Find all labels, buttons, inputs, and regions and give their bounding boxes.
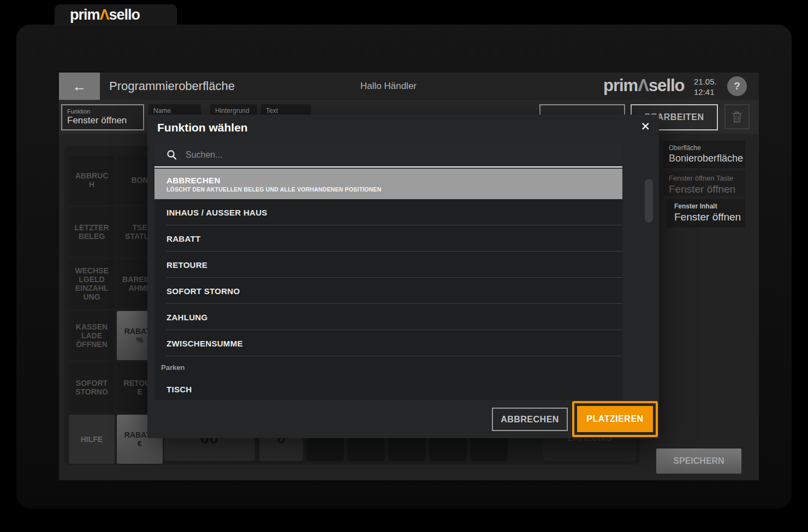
trash-icon bbox=[731, 110, 743, 123]
fenster-oeffnen-taste-field[interactable]: Fenster öffnen Taste Fenster öffnen bbox=[663, 171, 745, 196]
grid-button-wechselgeld[interactable]: WECHSELGELD EINZAHLUNG bbox=[69, 259, 115, 308]
text-field-label: Text bbox=[266, 107, 306, 115]
date-text: 21.05. bbox=[694, 77, 717, 87]
scrollbar-thumb[interactable] bbox=[645, 179, 653, 223]
fenster-inhalt-label: Fenster Inhalt bbox=[674, 202, 740, 210]
list-item-title: ZWISCHENSUMME bbox=[167, 339, 622, 348]
platzieren-button-focus-ring: PLATZIEREN bbox=[572, 401, 658, 437]
oberflaeche-value: Bonieroberfläche bbox=[669, 153, 740, 164]
grid-button-hilfe[interactable]: HILFE bbox=[69, 415, 115, 464]
list-item-zahlung[interactable]: ZAHLUNG bbox=[155, 304, 622, 330]
section-label-parken: Parken bbox=[155, 356, 622, 376]
grid-button-abbruch[interactable]: ABBRUCH bbox=[69, 156, 115, 205]
list-item-title: RABATT bbox=[167, 234, 622, 243]
background-field-label: Hintergrund bbox=[215, 107, 252, 115]
list-item-inhaus-ausser-haus[interactable]: INHAUS / AUSSER HAUS bbox=[155, 199, 622, 225]
grid-button-sofort-storno[interactable]: SOFORT STORNO bbox=[69, 363, 115, 412]
search-bar[interactable] bbox=[155, 143, 622, 168]
list-item-sofort-storno[interactable]: SOFORT STORNO bbox=[155, 278, 622, 304]
logo-suffix: sello bbox=[649, 76, 685, 95]
grid-button-kassenlade[interactable]: KASSENLADE ÖFFNEN bbox=[69, 311, 115, 360]
browser-tab[interactable]: primΛsello bbox=[55, 4, 177, 25]
search-icon bbox=[167, 150, 177, 160]
list-item-title: ZAHLUNG bbox=[167, 313, 622, 322]
screen: primΛsello ← Programmieroberfläche Hallo… bbox=[0, 0, 808, 532]
list-item-retoure[interactable]: RETOURE bbox=[155, 252, 622, 278]
back-button[interactable]: ← bbox=[59, 73, 100, 100]
platzieren-button[interactable]: PLATZIEREN bbox=[577, 406, 653, 432]
fenster-inhalt-field[interactable]: Fenster Inhalt Fenster öffnen bbox=[667, 199, 745, 228]
search-input[interactable] bbox=[186, 150, 590, 160]
delete-button[interactable] bbox=[724, 104, 750, 129]
funktion-waehlen-dialog: Funktion wählen ✕ ABBRECHEN LÖSCHT DEN A… bbox=[147, 115, 659, 438]
fenster-oeffnen-taste-value: Fenster öffnen bbox=[669, 183, 740, 195]
dialog-title: Funktion wählen bbox=[157, 121, 248, 134]
funktion-field[interactable]: Funktion Fenster öffnen bbox=[61, 104, 144, 130]
greeting-text: Hallo Händler bbox=[360, 73, 417, 100]
funktion-field-label: Funktion bbox=[67, 108, 138, 115]
list-item-title: INHAUS / AUSSER HAUS bbox=[167, 208, 622, 217]
list-item-tisch[interactable]: TISCH bbox=[155, 376, 622, 402]
list-item-title: RETOURE bbox=[167, 260, 622, 270]
list-item-rabatt[interactable]: RABATT bbox=[155, 225, 622, 252]
fenster-oeffnen-taste-label: Fenster öffnen Taste bbox=[669, 174, 740, 182]
fenster-inhalt-value: Fenster öffnen bbox=[674, 211, 740, 223]
list-item-subtitle: LÖSCHT DEN AKTUELLEN BELEG UND ALLE VORH… bbox=[167, 186, 622, 193]
abbrechen-button[interactable]: ABBRECHEN bbox=[492, 408, 568, 431]
page-title: Programmieroberfläche bbox=[109, 73, 235, 100]
name-field-label: Name bbox=[153, 107, 196, 115]
primasello-logo: primΛsello bbox=[70, 7, 140, 23]
list-item-title: ABBRECHEN bbox=[167, 176, 622, 185]
grid-button-letzter-beleg[interactable]: LETZTER BELEG bbox=[69, 207, 115, 256]
speichern-button[interactable]: SPEICHERN bbox=[656, 449, 741, 474]
time-text: 12:41 bbox=[694, 87, 717, 98]
logo-prefix: prim bbox=[603, 76, 638, 95]
list-item-title: SOFORT STORNO bbox=[167, 286, 622, 296]
app-header: ← Programmieroberfläche Hallo Händler pr… bbox=[59, 73, 759, 100]
datetime-display: 21.05. 12:41 bbox=[694, 77, 717, 98]
help-button[interactable]: ? bbox=[727, 76, 747, 96]
funktion-field-value: Fenster öffnen bbox=[67, 115, 138, 126]
logo-suffix: sello bbox=[109, 7, 140, 23]
list-item-title: TISCH bbox=[167, 385, 622, 394]
header-logo: primΛsello bbox=[603, 76, 685, 95]
logo-prefix: prim bbox=[70, 7, 100, 23]
list-item-zwischensumme[interactable]: ZWISCHENSUMME bbox=[155, 330, 622, 356]
oberflaeche-field[interactable]: Oberfläche Bonieroberfläche bbox=[663, 141, 745, 168]
back-arrow-icon: ← bbox=[73, 78, 87, 95]
close-icon[interactable]: ✕ bbox=[640, 120, 650, 133]
function-list: ABBRECHEN LÖSCHT DEN AKTUELLEN BELEG UND… bbox=[155, 169, 622, 438]
logo-mark-icon: Λ bbox=[100, 7, 109, 23]
question-icon: ? bbox=[734, 80, 740, 92]
oberflaeche-label: Oberfläche bbox=[669, 144, 740, 152]
dialog-footer: ABBRECHEN PLATZIEREN bbox=[147, 400, 659, 438]
list-item-abbrechen[interactable]: ABBRECHEN LÖSCHT DEN AKTUELLEN BELEG UND… bbox=[155, 169, 622, 199]
logo-mark-icon: Λ bbox=[638, 76, 649, 95]
